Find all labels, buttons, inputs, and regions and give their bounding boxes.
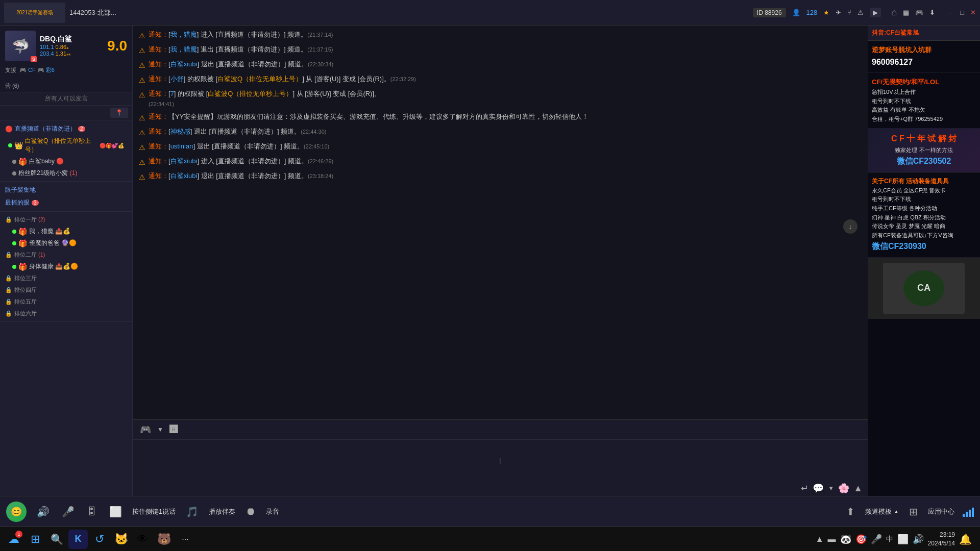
channels-label: 直播频道（非请勿进） — [15, 124, 76, 133]
chat-msg-7: ⚠ 通知：[神秘感] 退出 [直播频道（非请勿进）] 频道。(22:44:30) — [139, 127, 862, 138]
playlist-button[interactable]: 播放伴奏 — [209, 507, 235, 516]
eyes-header[interactable]: 眼子聚集地 — [0, 184, 132, 196]
flower-button[interactable]: 🌸 — [838, 483, 849, 494]
ime-icon[interactable]: 中 — [886, 535, 893, 544]
notice-icon-4: ⚠ — [139, 75, 145, 86]
room-2-user-1[interactable]: 🎁 身体健康 📤💰🟠 — [0, 261, 132, 272]
notice-icon-3: ⚠ — [139, 60, 145, 71]
notification-icon[interactable]: 🔔 — [959, 533, 972, 545]
chat-msg-1: ⚠ 通知：[我，猎魔] 进入 [直播频道（非请勿进）] 频道。(21:37:14… — [139, 30, 862, 41]
msg-text-7: 通知：[神秘感] 退出 [直播频道（非请勿进）] 频道。(22:44:30) — [149, 127, 862, 137]
taskbar-panda[interactable]: 🐻 — [154, 530, 174, 549]
arrow-up-button[interactable]: ▲ — [853, 483, 863, 494]
sidebar-item-baby[interactable]: 🎁 白鲨baby 🔴 — [0, 156, 132, 167]
taskbar-kingsoft[interactable]: K — [68, 530, 88, 549]
mic-sys-icon[interactable]: 🎤 — [871, 534, 882, 545]
record-button[interactable]: 录音 — [266, 507, 279, 516]
plane-icon[interactable]: ✈ — [836, 9, 841, 16]
volume-button[interactable]: 🔊 — [35, 504, 52, 520]
online-dot-baby — [12, 160, 16, 164]
taskbar-windows-start[interactable]: ⊞ — [26, 530, 45, 549]
emoji-game-button[interactable]: 🎮 — [138, 423, 153, 436]
bar-4 — [972, 508, 974, 517]
channels-header[interactable]: 🔴 直播频道（非请勿进） 2 — [0, 122, 132, 135]
chevron-up-icon[interactable]: ▲ — [816, 535, 824, 544]
channel-label: 频道模板 — [865, 507, 892, 516]
msg-text-6: 通知：【YY安全提醒】玩游戏的朋友们请注意：涉及虚拟装备买卖、游戏充值、代练、升… — [149, 112, 862, 122]
taskbar-eye[interactable]: 👁 — [133, 530, 152, 549]
maximize-button[interactable]: □ — [960, 9, 964, 16]
ad4-line5: 传说女帝 圣灵 梦魇 光耀 暗商 — [872, 222, 976, 231]
online-dot-r2u1 — [12, 265, 16, 269]
push-to-talk-button[interactable]: 按住侧键1说话 — [132, 507, 176, 516]
app-center-button[interactable]: 应用中心 — [928, 507, 954, 516]
notice-icon-10: ⚠ — [139, 172, 145, 183]
room-1-user-1[interactable]: 🎁 我，猎魔 📤💰 — [0, 226, 132, 237]
eq-button[interactable]: 🎛 — [85, 504, 99, 519]
room-3-header[interactable]: 🔒 排位三厅 — [0, 272, 132, 284]
taskbar-search[interactable]: 🔍 — [47, 530, 66, 549]
crown-icon: 👑 — [14, 141, 23, 149]
minimize-button[interactable]: — — [947, 9, 954, 16]
window-sys-icon[interactable]: ⬜ — [897, 534, 909, 545]
room-1-user-2[interactable]: 🎁 雀魔的爸爸 🔮🟠 — [0, 237, 132, 249]
game-icon[interactable]: 🎮 — [915, 9, 923, 16]
user-r2u1-name: 身体健康 📤💰🟠 — [29, 262, 78, 271]
window-title: 1442053-北部... — [69, 8, 753, 17]
emoji-dropdown[interactable]: ▼ — [157, 426, 163, 433]
star-icon[interactable]: ★ — [823, 9, 829, 16]
taskbar-cat[interactable]: 🐱 — [111, 530, 131, 549]
room-5-header[interactable]: 🔒 排位五厅 — [0, 296, 132, 308]
ad2-line3: 高效益 有账单 不拖欠 — [872, 106, 976, 115]
alert-icon[interactable]: ⚠ — [857, 9, 864, 16]
close-button[interactable]: ✕ — [970, 9, 976, 16]
room-6-header[interactable]: 🔒 排位六厅 — [0, 308, 132, 319]
apps-label: 应用中心 — [928, 507, 954, 516]
scroll-down-icon: ↓ — [849, 222, 852, 231]
mic-button[interactable]: 🎤 — [60, 504, 77, 520]
target-sys-icon[interactable]: 🎯 — [855, 534, 867, 545]
notice-icon-6: ⚠ — [139, 113, 145, 123]
crown-icon-r2u1: 🎁 — [18, 263, 27, 271]
volume-sys-icon[interactable]: 🔊 — [913, 534, 924, 545]
room-1-header[interactable]: 🔒 排位一厅 (2) — [0, 214, 132, 226]
user-r1u2-name: 雀魔的爸爸 🔮🟠 — [29, 239, 77, 247]
chat-input[interactable] — [133, 440, 237, 464]
rooms-section: 🔒 排位一厅 (2) 🎁 我，猎魔 📤💰 🎁 雀魔的爸爸 🔮🟠 🔒 排位二厅 (… — [0, 212, 132, 322]
lock-icon-6: 🔒 — [5, 310, 12, 317]
ad2-line2: 租号到时不下线 — [872, 97, 976, 106]
panda-sys-icon[interactable]: 🐼 — [840, 534, 851, 545]
notice-icon-1: ⚠ — [139, 31, 145, 41]
room-2-header[interactable]: 🔒 排位二厅 (1) — [0, 249, 132, 261]
chat-msg-2: ⚠ 通知：[我，猎魔] 退出 [直播频道（非请勿进）] 频道。(21:37:15… — [139, 44, 862, 56]
record-icon: ⏺ — [243, 504, 258, 519]
taskbar-left: ☁ 1 ⊞ 🔍 K ↺ 🐱 👁 🐻 ··· — [4, 530, 195, 549]
ad3-wechat: 微信CF230502 — [872, 156, 976, 167]
room-4-header[interactable]: 🔒 排位四厅 — [0, 284, 132, 296]
download-icon[interactable]: ⬇ — [929, 9, 935, 16]
share-icon[interactable]: ⑂ — [847, 9, 851, 16]
taskbar-cloud-app[interactable]: ☁ 1 — [4, 530, 23, 549]
touch-icon[interactable]: ▬ — [828, 535, 836, 544]
home-icon[interactable]: ⌂ — [891, 7, 897, 18]
main-channel-icons: 🔴🎁💕💰 — [100, 143, 124, 148]
grid-icon[interactable]: ▦ — [903, 9, 909, 16]
scroll-down-button[interactable]: ↓ — [843, 219, 857, 234]
chat-bubble-button[interactable]: 💬 — [813, 483, 824, 494]
chat-bubble-dropdown[interactable]: ▼ — [828, 485, 834, 492]
user-r1u1-name: 我，猎魔 📤💰 — [29, 227, 70, 236]
sidebar-item-main-channel[interactable]: 👑 白鲨波Q（排位无单秒上号） 🔴🎁💕💰 — [0, 135, 132, 156]
screen-button[interactable]: ⬜ — [107, 504, 124, 520]
taskbar-refresh[interactable]: ↺ — [90, 530, 109, 549]
msg-text-4: 通知：[小舒] 的权限被 [白鲨波Q（排位无单秒上号）] 从 [游客(U)] 变… — [149, 74, 862, 84]
app-logo-text: 2021话手游赛场 — [16, 9, 53, 16]
taskbar-more[interactable]: ··· — [176, 530, 195, 549]
location-button[interactable]: 📍 — [110, 108, 128, 118]
sidebar-item-fans[interactable]: 粉丝牌21级给小窝 (1) — [0, 167, 132, 179]
video-icon[interactable]: ▶ — [870, 8, 881, 17]
sticker-button[interactable]: 🅰 — [167, 424, 180, 435]
enter-icon[interactable]: ↵ — [801, 483, 808, 494]
channel-template-button[interactable]: 频道模板 ▲ — [865, 507, 899, 516]
dance-header[interactable]: 最摇的眼 3 — [0, 196, 132, 209]
ad2-line4: 合租，租号+Q群 796255429 — [872, 115, 976, 124]
